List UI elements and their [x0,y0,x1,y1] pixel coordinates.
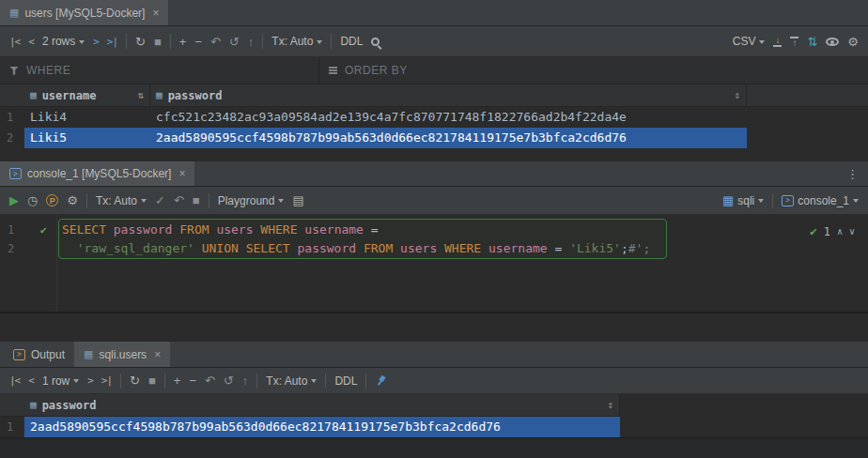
gear-icon[interactable]: ⚙ [847,36,859,48]
sql-code-line[interactable]: SELECT password FROM users WHERE usernam… [56,221,379,239]
separator [365,374,366,389]
column-header-password[interactable]: ▦ password ⇕ [150,84,747,106]
view-options-icon[interactable] [826,38,839,46]
order-by-placeholder: ORDER BY [345,64,408,77]
editor-line[interactable]: 1 ✔ SELECT password FROM users WHERE use… [0,221,868,239]
close-icon[interactable]: × [154,348,161,361]
undo-icon[interactable]: ↶ [205,374,215,387]
tx-mode-dropdown[interactable]: Tx: Auto [96,194,147,207]
column-icon: ▦ [30,89,37,101]
separator [256,374,257,389]
tx-mode-dropdown[interactable]: Tx: Auto [271,35,322,48]
column-header-password[interactable]: ▦ password ⇕ [24,394,620,416]
result-grid-toolbar: |< < 1 row > >| ↻ ■ + − ↶ ↺ ↑ Tx: Auto D… [0,368,868,394]
add-row-icon[interactable]: + [179,36,187,48]
column-header-username[interactable]: ▦ username ⇅ [24,84,150,106]
search-icon[interactable] [371,38,380,46]
close-icon[interactable]: × [178,167,185,180]
sort-icon[interactable]: ⇕ [734,89,740,101]
stop-icon[interactable]: ■ [148,374,156,387]
profiler-icon[interactable]: P [46,194,58,206]
row-number[interactable]: 2 [0,131,24,145]
add-row-icon[interactable]: + [174,374,181,387]
chevron-down-icon[interactable]: ∨ [849,226,855,237]
download-icon[interactable]: ↓ [773,37,782,47]
history-icon[interactable]: ◷ [27,194,38,206]
results-tabbar: > Output ▦ sqli.users × [0,342,868,368]
separator [331,34,332,49]
editor-line[interactable]: 2 'raw_sql_danger' UNION SELECT password… [0,239,868,258]
rollback-icon[interactable]: ↶ [174,194,184,206]
ddl-button[interactable]: DDL [340,35,363,48]
undo-icon[interactable]: ↶ [210,36,221,48]
panel-splitter[interactable] [0,313,868,342]
page-size-dropdown[interactable]: 1 row [42,374,79,388]
last-page-icon[interactable]: >| [107,37,117,47]
close-icon[interactable]: × [152,7,159,20]
delete-row-icon[interactable]: − [194,36,202,48]
sort-icon[interactable]: ⇅ [137,89,144,101]
tab-result-grid[interactable]: ▦ sqli.users × [74,342,170,367]
next-page-icon[interactable]: > [87,375,93,386]
data-extractor-icon[interactable]: ⇅ [807,36,817,48]
row-number[interactable]: 1 [0,111,24,124]
first-page-icon[interactable]: |< [9,375,20,386]
revert-icon[interactable]: ↺ [224,374,234,387]
row-number[interactable]: 1 [0,420,24,434]
export-format-dropdown[interactable]: CSV [733,35,766,48]
submit-icon[interactable]: ↑ [242,374,249,387]
stop-icon[interactable]: ■ [154,36,162,48]
cell-username[interactable]: Liki5 [24,128,150,148]
previous-page-icon[interactable]: < [28,37,34,47]
chevron-up-icon[interactable]: ∧ [837,226,843,237]
run-success-icon: ✔ [40,221,47,239]
chevron-down-icon [853,199,859,203]
upload-icon[interactable]: ↑ [790,37,798,47]
ddl-button[interactable]: DDL [334,374,357,388]
tx-mode-dropdown[interactable]: Tx: Auto [266,374,317,388]
playground-dropdown[interactable]: Playground [218,194,285,207]
order-by-input[interactable]: ORDER BY [319,57,417,84]
next-page-icon[interactable]: > [93,37,99,47]
cell-username[interactable]: Liki4 [24,107,150,128]
where-filter-input[interactable]: WHERE [0,57,319,84]
page-size-dropdown[interactable]: 2 rows [42,35,85,48]
last-page-icon[interactable]: >| [101,375,112,386]
tab-users-grid[interactable]: ▦ users [MySQL5-Docker] × [0,0,168,25]
cell-password[interactable]: 2aad5890595ccf4598b787b99ab563d0d66ec821… [150,128,747,148]
sql-code-line[interactable]: 'raw_sql_danger' UNION SELECT password F… [56,239,650,258]
previous-page-icon[interactable]: < [28,375,34,386]
cell-password[interactable]: 2aad5890595ccf4598b787b99ab563d0d66ec821… [24,417,620,437]
users-data-grid: ▦ username ⇅ ▦ password ⇕ 1 Liki4 cfc521… [0,84,868,161]
delete-row-icon[interactable]: − [189,374,196,387]
table-row-selected[interactable]: 1 2aad5890595ccf4598b787b99ab563d0d66ec8… [0,417,868,437]
refresh-icon[interactable]: ↻ [130,374,140,387]
tab-output[interactable]: > Output [4,342,74,367]
tab-console[interactable]: > console_1 [MySQL5-Docker] × [0,161,194,186]
column-icon: ▦ [30,399,37,411]
run-button[interactable]: ▶ [9,194,19,206]
first-page-icon[interactable]: |< [9,37,20,47]
pin-tab-icon[interactable] [373,372,390,389]
sort-icon[interactable]: ⇕ [607,399,613,411]
refresh-icon[interactable]: ↻ [135,36,146,48]
playground-label: Playground [218,194,275,207]
table-row[interactable]: 1 Liki4 cfc521c23482ac93a09584ad2e139c4a… [0,107,868,128]
console-selector-label: console_1 [798,194,849,207]
schema-selector[interactable]: ▦ sqli [722,194,764,207]
submit-icon[interactable]: ↑ [248,36,255,48]
inspection-widget[interactable]: ✔ 1 ∧ ∨ [810,224,855,238]
cell-password[interactable]: cfc521c23482ac93a09584ad2e139c4a7fc87077… [150,107,747,128]
page-size-label: 2 rows [42,35,75,48]
console-selector[interactable]: > console_1 [782,194,859,207]
chevron-down-icon [141,199,147,203]
kebab-menu-icon[interactable]: ⋮ [837,167,868,181]
settings-gear-icon[interactable]: ⚙ [67,194,78,206]
commit-icon[interactable]: ✓ [155,194,165,206]
output-layout-icon[interactable]: ▤ [292,194,303,206]
revert-icon[interactable]: ↺ [229,36,240,48]
stop-icon[interactable]: ■ [193,194,200,206]
sql-editor[interactable]: 1 ✔ SELECT password FROM users WHERE use… [0,215,868,313]
separator [209,193,209,208]
table-row-selected[interactable]: 2 Liki5 2aad5890595ccf4598b787b99ab563d0… [0,128,868,148]
